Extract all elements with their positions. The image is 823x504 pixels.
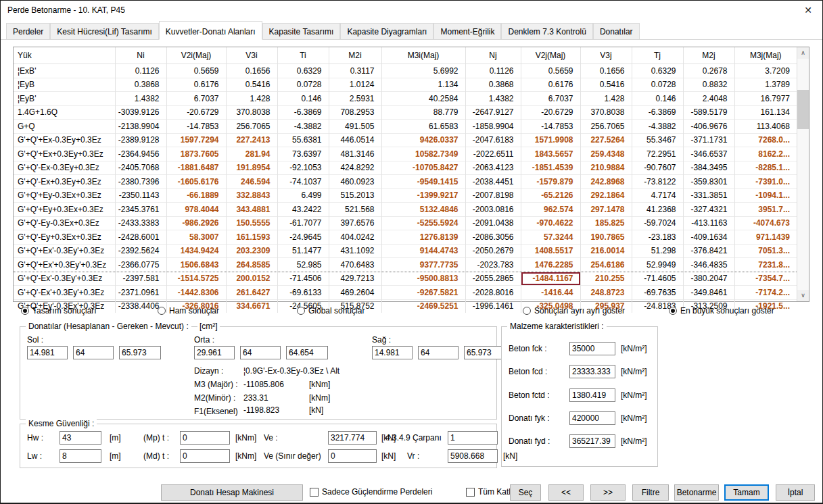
value-cell[interactable]: -2433.3383	[115, 216, 166, 230]
value-cell[interactable]: 5.6992	[381, 64, 465, 78]
value-cell[interactable]: 1276.8139	[381, 230, 465, 245]
radio-button-icon[interactable]	[21, 307, 29, 315]
sol-hesaplanan-field[interactable]	[27, 346, 68, 359]
table-row[interactable]: 1.4G+1.6Q-3039.9126-20.6729370.8038-6.38…	[14, 105, 797, 120]
value-cell[interactable]: 0.6329	[277, 64, 329, 78]
load-case-cell[interactable]: G'+Q'-Ey+0.3Ex+0.3Ez	[14, 230, 115, 245]
value-cell[interactable]: -346.4835	[683, 258, 734, 272]
value-cell[interactable]: 0.3117	[329, 64, 381, 78]
value-cell[interactable]: 10582.7349	[381, 147, 465, 161]
radio-button-icon[interactable]	[158, 307, 166, 315]
value-cell[interactable]: 6.7037	[166, 92, 226, 106]
value-cell[interactable]: -359.8301	[683, 175, 734, 189]
value-cell[interactable]: 248.8723	[580, 286, 632, 300]
checkbox-icon[interactable]	[310, 488, 319, 497]
load-case-cell[interactable]: G'+Q'+Ex'-0.3Ey'+0.3Ez	[14, 244, 115, 258]
value-cell[interactable]: -7174.2...	[734, 286, 797, 300]
value-cell[interactable]: -331.3851	[683, 188, 734, 203]
scroll-up-icon[interactable]: ∧	[797, 47, 809, 59]
value-cell[interactable]: -409.1634	[683, 230, 734, 245]
orta-mevcut-field[interactable]	[286, 346, 328, 359]
value-cell[interactable]: -2050.2679	[465, 244, 521, 258]
value-cell[interactable]: 2.4048	[683, 92, 734, 106]
load-case-cell[interactable]: G'+Q'-Ex'-0.3Ey'+0.3Ez	[14, 272, 115, 286]
load-case-cell[interactable]: G'+Q'+Ey+0.3Ex+0.3Ez	[14, 203, 115, 217]
value-cell[interactable]: -346.6537	[683, 147, 734, 161]
value-cell[interactable]: 41.2368	[632, 203, 683, 217]
value-cell[interactable]: -2003.0816	[465, 203, 521, 217]
radio-button-icon[interactable]	[297, 307, 305, 315]
value-cell[interactable]: -4.3882	[277, 120, 329, 134]
previous-button[interactable]: <<	[548, 484, 584, 501]
table-row[interactable]: G+Q-2138.9904-14.7853256.7065-4.3882491.…	[14, 120, 797, 134]
value-cell[interactable]: 7231.8...	[734, 258, 797, 272]
value-cell[interactable]: -1094.1...	[734, 188, 797, 203]
table-row[interactable]: G'+Q'-Ex-0.3Ey+0.3Ez-2405.7068-1881.6487…	[14, 161, 797, 175]
tab-kapasite-tasarımı[interactable]: Kapasite Tasarımı	[262, 23, 341, 39]
radio-ham-sonuçlar[interactable]: Ham sonuçlar	[158, 306, 219, 316]
value-cell[interactable]: 1.134	[381, 78, 465, 92]
tab-kuvvetler-donatı-alanları[interactable]: Kuvvetler-Donatı Alanları	[159, 21, 262, 40]
table-row[interactable]: G'+Q'-Ey-0.3Ex+0.3Ez-2433.3383-986.29261…	[14, 216, 797, 230]
value-cell[interactable]: -66.1889	[166, 188, 226, 203]
value-cell[interactable]: 370.8038	[580, 105, 632, 120]
table-row[interactable]: ¦ExB'0.11260.56590.16560.63290.31175.699…	[14, 64, 797, 78]
kesme-field-mp-t[interactable]	[180, 431, 230, 445]
value-cell[interactable]: -2366.0775	[115, 258, 166, 272]
value-cell[interactable]: 57.3244	[521, 230, 580, 245]
value-cell[interactable]: -1484.1167	[521, 272, 580, 286]
value-cell[interactable]: -59.7024	[632, 216, 683, 230]
table-row[interactable]: G'+Q'+Ex'-0.3Ey'+0.3Ez-2392.56241434.942…	[14, 244, 797, 258]
value-cell[interactable]: -2380.7396	[115, 175, 166, 189]
value-cell[interactable]: -384.3495	[683, 161, 734, 175]
scrollbar-thumb[interactable]	[797, 90, 809, 129]
value-cell[interactable]: -2397.581	[115, 272, 166, 286]
value-cell[interactable]: 161.134	[734, 105, 797, 120]
load-case-cell[interactable]: G'+Q'+Ey-0.3Ex+0.3Ez	[14, 188, 115, 203]
value-cell[interactable]: -73.8122	[632, 175, 683, 189]
value-cell[interactable]: -970.4622	[521, 216, 580, 230]
value-cell[interactable]: -24.9645	[277, 230, 329, 245]
value-cell[interactable]: 0.1656	[580, 64, 632, 78]
value-cell[interactable]: 971.1439	[734, 230, 797, 245]
radio-global-sonuçlar[interactable]: Global sonuçlar	[297, 306, 365, 316]
value-cell[interactable]: 1506.6843	[166, 258, 226, 272]
value-cell[interactable]: 1873.7605	[166, 147, 226, 161]
betonarme-button[interactable]: Betonarme	[674, 484, 719, 501]
value-cell[interactable]: 0.1656	[226, 64, 277, 78]
value-cell[interactable]: 259.4348	[580, 147, 632, 161]
value-cell[interactable]: 190.7865	[580, 230, 632, 245]
load-case-cell[interactable]: 1.4G+1.6Q	[14, 105, 115, 120]
value-cell[interactable]: -2047.6183	[465, 133, 521, 147]
value-cell[interactable]: 429.7213	[329, 272, 381, 286]
value-cell[interactable]: 191.8954	[226, 161, 277, 175]
value-cell[interactable]: -61.7077	[277, 216, 329, 230]
table-row[interactable]: G'+Q'+Ey-0.3Ex+0.3Ez-2350.1143-66.188933…	[14, 188, 797, 203]
value-cell[interactable]: 3951.7...	[734, 203, 797, 217]
value-cell[interactable]: 185.825	[580, 216, 632, 230]
value-cell[interactable]: 370.8038	[226, 105, 277, 120]
value-cell[interactable]: 200.0152	[226, 272, 277, 286]
value-cell[interactable]: -1416.44	[521, 286, 580, 300]
value-cell[interactable]: 61.6583	[381, 120, 465, 134]
value-cell[interactable]: -7354.7...	[734, 272, 797, 286]
value-cell[interactable]: 210.9884	[580, 161, 632, 175]
value-cell[interactable]: -10705.8427	[381, 161, 465, 175]
value-cell[interactable]: 1.428	[580, 92, 632, 106]
value-cell[interactable]: 113.4068	[734, 120, 797, 134]
material-field-beton-fck[interactable]	[569, 342, 615, 355]
value-cell[interactable]: -413.1163	[683, 216, 734, 230]
load-case-cell[interactable]: ¦EyB	[14, 78, 115, 92]
table-row[interactable]: ¦EyB0.38680.61760.54160.07281.01241.1340…	[14, 78, 797, 92]
load-case-cell[interactable]: ¦ExB'	[14, 64, 115, 78]
value-cell[interactable]: -1442.8306	[166, 286, 226, 300]
value-cell[interactable]: 256.7065	[580, 120, 632, 134]
sag-hesaplanan-field[interactable]	[372, 346, 413, 359]
value-cell[interactable]: 6.7037	[521, 92, 580, 106]
value-cell[interactable]: 0.8832	[683, 78, 734, 92]
value-cell[interactable]: -589.5179	[683, 105, 734, 120]
table-row[interactable]: G'+Q'+Ex'+0.3Ey'+0.3Ez-2366.07751506.684…	[14, 258, 797, 272]
value-cell[interactable]: 261.6427	[226, 286, 277, 300]
kesme-field-4-3-4-9-çarpanı[interactable]	[448, 431, 498, 445]
value-cell[interactable]: -2405.7068	[115, 161, 166, 175]
